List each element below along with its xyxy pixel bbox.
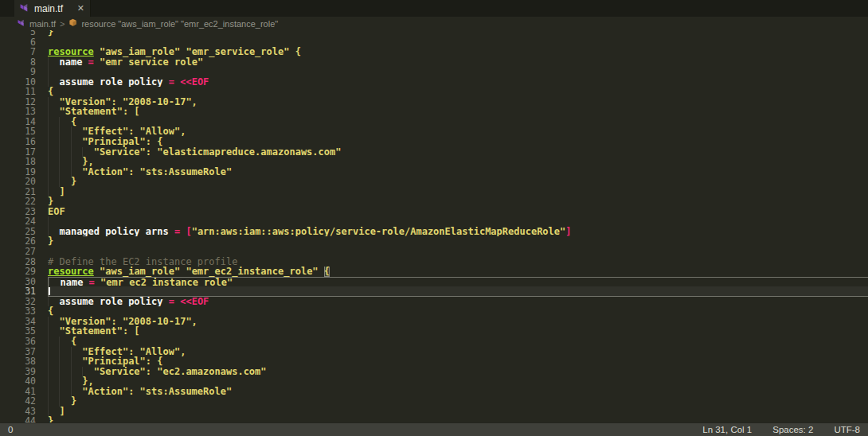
indent-guide — [59, 376, 60, 387]
indent-guide — [71, 147, 72, 158]
code-line[interactable]: 26} — [0, 236, 868, 247]
code-text: assume_role_policy = <<EOF — [48, 297, 868, 307]
breadcrumb-symbol[interactable]: resource "aws_iam_role" "emr_ec2_instanc… — [81, 19, 278, 29]
code-text: } — [48, 236, 868, 247]
code-text: }, — [48, 157, 868, 167]
indent-guide — [48, 337, 49, 347]
code-text: "Action": "sts:AssumeRole" — [48, 167, 868, 177]
code-line[interactable]: 27 — [0, 247, 868, 257]
close-icon[interactable]: ✕ — [77, 4, 84, 13]
code-line[interactable]: 22} — [0, 197, 868, 207]
code-line[interactable]: 30 name = "emr_ec2_instance_role" — [0, 277, 868, 287]
line-number: 22 — [0, 197, 48, 207]
code-line[interactable]: 38 "Principal": { — [0, 356, 868, 367]
code-line[interactable]: 24 — [0, 216, 868, 227]
code-line[interactable]: 34 "Version": "2008-10-17", — [0, 317, 868, 327]
code-line[interactable]: 29resource "aws_iam_role" "emr_ec2_insta… — [0, 267, 868, 277]
code-line[interactable]: 8 name = "emr_service_role" — [0, 57, 868, 68]
code-line[interactable]: 7resource "aws_iam_role" "emr_service_ro… — [0, 47, 868, 57]
code-line[interactable]: 37 "Effect": "Allow", — [0, 347, 868, 357]
line-number: 27 — [0, 247, 48, 257]
line-number: 34 — [0, 317, 48, 327]
code-text — [48, 37, 868, 48]
indent-guide — [59, 147, 60, 158]
breadcrumb-file[interactable]: main.tf — [29, 19, 56, 29]
code-line[interactable]: 20 } — [0, 177, 868, 187]
indent-guide — [48, 297, 49, 307]
line-number: 19 — [0, 167, 48, 177]
indent-guide — [48, 216, 49, 227]
code-text: } — [48, 396, 868, 407]
cursor-position[interactable]: Ln 31, Col 1 — [702, 425, 752, 434]
problems-count[interactable]: 0 — [8, 425, 13, 434]
indent-guide — [48, 147, 49, 158]
code-line[interactable]: 10 assume_role_policy = <<EOF — [0, 77, 868, 88]
code-line[interactable]: 28# Define the EC2 instance profile — [0, 257, 868, 267]
code-line[interactable]: 25 managed_policy_arns = ["arn:aws:iam::… — [0, 227, 868, 237]
indent-guide — [59, 177, 60, 187]
code-text: "Effect": "Allow", — [48, 127, 868, 137]
tab-label: main.tf — [34, 3, 63, 14]
code-text: ] — [48, 187, 868, 197]
code-text: } — [48, 30, 868, 37]
code-text: ] — [48, 407, 868, 417]
code-line[interactable]: 19 "Action": "sts:AssumeRole" — [0, 167, 868, 177]
code-line[interactable]: 36 { — [0, 337, 868, 347]
code-line[interactable]: 16 "Principal": { — [0, 137, 868, 147]
code-line[interactable]: 9 — [0, 67, 868, 77]
line-number: 24 — [0, 216, 48, 227]
indent-guide — [48, 167, 49, 177]
indent-guide — [48, 407, 49, 417]
code-line[interactable]: 43 ] — [0, 407, 868, 417]
code-editor[interactable]: 5}67resource "aws_iam_role" "emr_service… — [0, 30, 868, 422]
code-line[interactable]: 21 ] — [0, 187, 868, 197]
code-line[interactable]: 39 "Service": "ec2.amazonaws.com" — [0, 367, 868, 377]
code-line[interactable]: 12 "Version": "2008-10-17", — [0, 97, 868, 107]
code-line[interactable]: 44} — [0, 416, 868, 422]
indent-guide — [48, 157, 49, 167]
code-line[interactable]: 41 "Action": "sts:AssumeRole" — [0, 387, 868, 397]
code-line[interactable]: 40 }, — [0, 376, 868, 387]
code-line[interactable]: 11{ — [0, 87, 868, 97]
code-line[interactable]: 17 "Service": "elasticmapreduce.amazonaw… — [0, 147, 868, 158]
code-line[interactable]: 42 } — [0, 396, 868, 407]
code-line[interactable]: 33{ — [0, 306, 868, 317]
symbol-field-icon — [68, 18, 77, 29]
indent-guide — [48, 177, 49, 187]
indentation-setting[interactable]: Spaces: 2 — [772, 425, 813, 434]
terraform-icon — [20, 2, 29, 16]
code-line[interactable]: 32 assume_role_policy = <<EOF — [0, 297, 868, 307]
indent-guide — [48, 187, 49, 197]
code-line[interactable]: 6 — [0, 37, 868, 48]
vscode-window: main.tf ✕ main.tf > resource "aws_iam_ro… — [0, 0, 868, 436]
indent-guide — [49, 278, 49, 287]
code-text: # Define the EC2 instance profile — [48, 257, 868, 267]
encoding-setting[interactable]: UTF-8 — [834, 425, 860, 434]
indent-guide — [59, 387, 60, 397]
code-line[interactable]: 35 "Statement": [ — [0, 326, 868, 337]
line-number: 23 — [0, 207, 48, 217]
tab-main-tf[interactable]: main.tf ✕ — [14, 0, 91, 17]
indent-guide — [48, 67, 49, 77]
indent-guide — [71, 137, 72, 147]
code-line[interactable]: 14 { — [0, 117, 868, 127]
status-bar: 0 Ln 31, Col 1 Spaces: 2 UTF-8 — [0, 422, 868, 436]
line-number: 33 — [0, 306, 48, 317]
code-line[interactable]: 23EOF — [0, 207, 868, 217]
indent-guide — [59, 347, 60, 357]
code-text: { — [48, 337, 868, 347]
line-number: 30 — [0, 277, 48, 287]
line-number: 43 — [0, 407, 48, 417]
code-line[interactable]: 18 }, — [0, 157, 868, 167]
code-line[interactable]: 15 "Effect": "Allow", — [0, 127, 868, 137]
code-line[interactable]: 5} — [0, 30, 868, 37]
chevron-right-icon: > — [60, 19, 65, 29]
code-line[interactable]: 31 — [0, 286, 868, 297]
line-number: 13 — [0, 107, 48, 117]
indent-guide — [48, 107, 49, 117]
indent-guide — [59, 337, 60, 347]
line-number: 15 — [0, 127, 48, 137]
line-number: 25 — [0, 227, 48, 237]
code-line[interactable]: 13 "Statement": [ — [0, 107, 868, 117]
indent-guide — [71, 167, 72, 177]
